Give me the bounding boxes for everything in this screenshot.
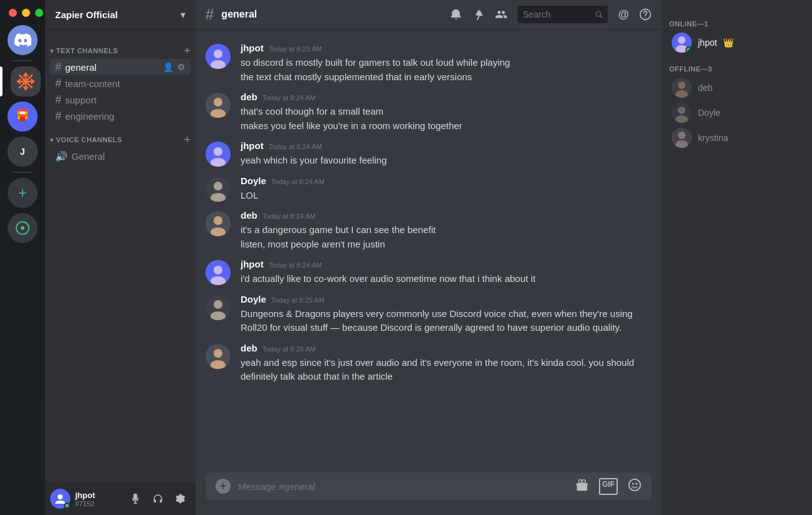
zapier-server-icon[interactable] <box>11 66 41 96</box>
user-settings-icon: 👤 <box>163 62 174 72</box>
text-channels-label[interactable]: TEXT CHANNELS <box>50 47 118 55</box>
member-item-krystina[interactable]: krystina <box>667 125 807 150</box>
channel-item-general[interactable]: # general 👤 ⚙ <box>50 59 190 75</box>
svg-rect-7 <box>25 112 28 114</box>
svg-point-17 <box>645 17 646 18</box>
svg-point-25 <box>214 147 222 156</box>
voice-channel-icon: 🔊 <box>55 150 68 162</box>
maximize-button[interactable] <box>35 9 43 17</box>
message-group-8: deb Today at 8:26 AM yeah and esp since … <box>195 340 662 387</box>
channel-item-team-content[interactable]: # team-content <box>50 75 190 91</box>
gif-button[interactable]: GIF <box>599 478 618 495</box>
message-content-4: Doyle Today at 8:24 AM LOL <box>241 175 652 203</box>
minimize-button[interactable] <box>22 9 30 17</box>
message-author-1: jhpot <box>241 43 264 53</box>
user-info: jhpot #7152 <box>75 491 120 507</box>
member-item-jhpot[interactable]: jhpot 👑 <box>667 30 807 55</box>
close-button[interactable] <box>9 9 17 17</box>
svg-point-34 <box>214 266 222 274</box>
notifications-button[interactable] <box>450 8 462 21</box>
svg-point-31 <box>214 216 222 225</box>
emoji-button[interactable] <box>628 478 642 495</box>
member-avatar-krystina <box>672 128 692 148</box>
channel-hash-icon: # <box>55 78 61 89</box>
offline-members-category: OFFLINE—3 <box>662 55 812 75</box>
svg-rect-4 <box>18 112 20 114</box>
message-content-6: jhpot Today at 8:24 AM i'd actually like… <box>241 259 652 286</box>
member-item-deb[interactable]: deb <box>667 75 807 100</box>
member-online-dot-jhpot <box>685 46 692 53</box>
members-list-button[interactable] <box>495 8 508 21</box>
add-voice-channel-button[interactable]: + <box>184 134 190 145</box>
message-text-7: Dungeons & Dragons players very commonly… <box>241 307 652 335</box>
avatar-jhpot-3 <box>206 260 231 285</box>
pinned-messages-button[interactable] <box>472 8 485 21</box>
user-panel: jhpot #7152 <box>45 482 195 515</box>
pixel-server-icon[interactable] <box>8 101 38 132</box>
traffic-lights <box>9 9 43 17</box>
channel-item-engineering[interactable]: # engineering <box>50 108 190 124</box>
message-input-area: + GIF <box>195 472 662 515</box>
member-name-doyle: Doyle <box>698 108 721 118</box>
help-button[interactable] <box>639 8 652 21</box>
add-server-icon[interactable]: + <box>8 178 38 208</box>
message-timestamp-8: Today at 8:26 AM <box>263 345 316 353</box>
message-content-7: Doyle Today at 8:25 AM Dungeons & Dragon… <box>241 294 652 335</box>
message-text-3: yeah which is your favourite feeling <box>241 153 652 168</box>
add-text-channel-button[interactable]: + <box>184 45 190 56</box>
message-group-6: jhpot Today at 8:24 AM i'd actually like… <box>195 256 662 289</box>
avatar-deb-1 <box>206 93 231 118</box>
svg-point-54 <box>678 107 685 114</box>
message-content-5: deb Today at 8:24 AM it's a dangerous ga… <box>241 210 652 251</box>
message-author-3: jhpot <box>241 140 264 151</box>
channel-item-voice-general[interactable]: 🔊 General <box>50 148 190 165</box>
channel-name-general: general <box>65 62 159 73</box>
member-crown-jhpot: 👑 <box>723 38 734 48</box>
member-avatar-deb <box>672 78 692 98</box>
message-content-1: jhpot Today at 8:23 AM so discord is mos… <box>241 43 652 84</box>
message-input[interactable] <box>238 481 568 492</box>
explore-servers-icon[interactable] <box>8 213 38 243</box>
svg-point-57 <box>678 132 685 139</box>
channel-name-support: support <box>65 95 185 105</box>
server-header[interactable]: Zapier Official ▾ <box>45 0 195 30</box>
svg-rect-11 <box>20 117 25 122</box>
mention-button[interactable]: @ <box>618 8 629 21</box>
search-input[interactable] <box>523 9 590 19</box>
message-input-wrapper: + GIF <box>206 472 652 500</box>
channel-sidebar: Zapier Official ▾ TEXT CHANNELS + # gene… <box>45 0 195 515</box>
voice-channels-label[interactable]: VOICE CHANNELS <box>50 136 122 143</box>
attach-file-button[interactable]: + <box>216 479 231 494</box>
message-author-8: deb <box>241 343 258 353</box>
header-icons: @ <box>450 6 652 23</box>
user-settings-button[interactable] <box>170 489 190 509</box>
zapier-server-wrapper <box>0 66 45 96</box>
search-box[interactable] <box>518 6 608 23</box>
message-header-8: deb Today at 8:26 AM <box>241 343 652 353</box>
chat-area: # general <box>195 0 662 515</box>
message-text-2b: makes you feel like you're in a room wor… <box>241 119 652 133</box>
member-item-doyle[interactable]: Doyle <box>667 100 807 125</box>
channel-item-support[interactable]: # support <box>50 91 190 108</box>
channel-name-team-content: team-content <box>65 78 185 89</box>
channel-general-icons: 👤 ⚙ <box>163 62 185 72</box>
svg-point-51 <box>678 81 685 89</box>
message-header-2: deb Today at 8:24 AM <box>241 91 652 102</box>
member-name-krystina: krystina <box>698 133 728 143</box>
svg-point-13 <box>21 226 24 230</box>
headphones-button[interactable] <box>148 489 168 509</box>
member-avatar-jhpot <box>672 33 692 53</box>
online-members-category: ONLINE—1 <box>662 10 812 30</box>
message-text-6: i'd actually like to co-work over audio … <box>241 272 652 286</box>
username: jhpot <box>75 491 120 500</box>
gift-icon[interactable] <box>575 478 589 495</box>
avatar-server-icon[interactable]: J <box>8 137 38 167</box>
server-menu-chevron: ▾ <box>180 9 185 21</box>
svg-rect-6 <box>23 112 25 114</box>
discord-home-icon[interactable] <box>8 25 38 55</box>
user-controls <box>125 489 190 509</box>
svg-rect-3 <box>25 109 28 112</box>
microphone-button[interactable] <box>125 489 145 509</box>
message-content-8: deb Today at 8:26 AM yeah and esp since … <box>241 343 652 384</box>
member-avatar-doyle <box>672 103 692 123</box>
